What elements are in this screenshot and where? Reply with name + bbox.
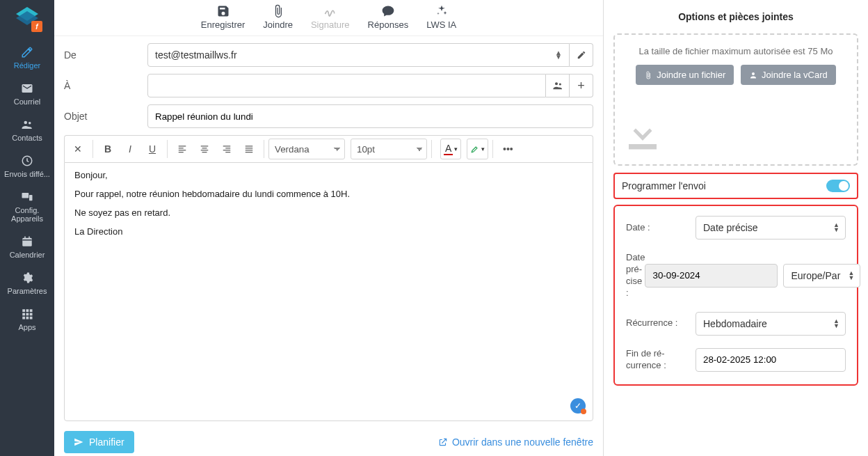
editor-close-button[interactable]: ✕ [67, 139, 88, 159]
to-contacts-button[interactable] [546, 74, 570, 97]
svg-point-37 [752, 72, 755, 75]
schedule-button[interactable]: Planifier [64, 431, 134, 453]
align-justify-button[interactable] [239, 139, 259, 159]
svg-rect-32 [225, 152, 230, 152]
svg-point-20 [558, 83, 561, 85]
attach-vcard-button[interactable]: Joindre la vCard [741, 65, 836, 85]
sidebar-item-calendar[interactable]: Calendrier [0, 230, 54, 266]
svg-point-19 [555, 82, 558, 85]
highlight-color-button[interactable]: ▾ [467, 139, 488, 159]
underline-button[interactable]: U [142, 139, 163, 159]
toolbar-attach[interactable]: Joindre [263, 4, 293, 30]
align-left-button[interactable] [172, 139, 193, 159]
svg-point-2 [24, 121, 28, 125]
svg-rect-27 [201, 150, 209, 150]
svg-rect-8 [24, 237, 26, 239]
align-right-button[interactable] [216, 139, 237, 159]
attach-file-button[interactable]: Joindre un fichier [636, 65, 734, 85]
date-type-select[interactable]: Date précise ▲▼ [696, 216, 846, 239]
toolbar-ia[interactable]: LWS IA [426, 4, 456, 30]
svg-rect-33 [246, 146, 253, 146]
recurrence-label: Récurrence : [626, 317, 696, 329]
sidebar-item-mail[interactable]: Courriel [0, 77, 54, 113]
svg-rect-16 [22, 317, 25, 320]
editor-toolbar: ✕ B I U Verdana 10pt A▾ ▾ [64, 135, 593, 162]
svg-rect-26 [202, 148, 207, 148]
toolbar-save[interactable]: Enregistrer [201, 4, 246, 30]
svg-rect-31 [223, 150, 231, 150]
sidebar-item-delayed[interactable]: Envois diffé... [0, 149, 54, 185]
sidebar-item-settings[interactable]: Paramètres [0, 266, 54, 302]
sidebar-item-devices[interactable]: Config. Appareils [0, 185, 54, 230]
align-center-button[interactable] [194, 139, 215, 159]
editor-body[interactable]: Bonjour, Pour rappel, notre réunion hebd… [64, 162, 593, 421]
sidebar-label: Paramètres [8, 287, 47, 295]
end-recurrence-label: Fin de ré-currence : [626, 348, 696, 372]
svg-rect-13 [22, 313, 25, 316]
schedule-toggle-row: Programmer l'envoi [613, 173, 858, 199]
to-add-button[interactable]: + [570, 74, 593, 97]
compose-toolbar: Enregistrer Joindre Signature Réponses L… [54, 0, 603, 36]
svg-rect-21 [179, 146, 186, 146]
svg-rect-23 [179, 150, 186, 150]
precise-date-input[interactable] [645, 264, 778, 288]
to-input[interactable] [147, 74, 546, 97]
from-edit-button[interactable] [570, 43, 593, 67]
end-recurrence-input[interactable] [696, 348, 846, 372]
sidebar: f Rédiger Courriel Contacts Envois diffé… [0, 0, 54, 456]
svg-rect-36 [246, 152, 253, 152]
from-label: De [64, 49, 147, 61]
precise-date-label: Date pré-cise : [626, 252, 645, 299]
svg-rect-17 [26, 317, 29, 320]
sidebar-label: Config. Appareils [11, 206, 43, 223]
schedule-settings: Date : Date précise ▲▼ Date pré-cise : E… [613, 205, 858, 386]
svg-rect-28 [202, 152, 207, 152]
recurrence-select[interactable]: Hebdomadaire ▲▼ [696, 312, 846, 336]
svg-rect-14 [26, 313, 29, 316]
sidebar-item-compose[interactable]: Rédiger [0, 40, 54, 77]
text-color-button[interactable]: A▾ [440, 139, 461, 159]
svg-rect-34 [246, 148, 253, 148]
attachment-dropzone[interactable]: La taille de fichier maximum autorisée e… [613, 33, 858, 166]
subject-label: Objet [64, 111, 147, 122]
sidebar-label: Contacts [12, 134, 42, 142]
sidebar-item-apps[interactable]: Apps [0, 302, 54, 338]
svg-rect-9 [29, 237, 30, 239]
toolbar-responses[interactable]: Réponses [368, 4, 409, 30]
maxsize-text: La taille de fichier maximum autorisée e… [622, 46, 850, 56]
download-icon [622, 113, 850, 155]
svg-rect-24 [179, 152, 184, 152]
options-title: Options et pièces jointes [613, 0, 858, 33]
svg-rect-22 [179, 148, 184, 148]
font-select[interactable]: Verdana [268, 139, 345, 159]
sidebar-label: Rédiger [14, 61, 41, 70]
svg-rect-25 [201, 146, 209, 146]
toolbar-signature: Signature [311, 4, 350, 30]
schedule-label: Programmer l'envoi [622, 180, 706, 191]
open-new-window-link[interactable]: Ouvrir dans une nouvelle fenêtre [438, 437, 593, 448]
sidebar-label: Apps [18, 323, 35, 331]
svg-rect-15 [30, 313, 33, 316]
schedule-toggle[interactable] [826, 180, 850, 192]
date-type-label: Date : [626, 222, 696, 234]
fontsize-select[interactable]: 10pt [351, 139, 427, 159]
sidebar-item-contacts[interactable]: Contacts [0, 113, 54, 149]
svg-rect-29 [223, 146, 231, 146]
svg-rect-6 [29, 195, 33, 201]
svg-rect-35 [246, 150, 253, 150]
svg-rect-12 [30, 309, 33, 312]
svg-rect-5 [22, 193, 29, 198]
app-logo[interactable]: f [9, 4, 45, 32]
italic-button[interactable]: I [120, 139, 140, 159]
more-button[interactable]: ••• [497, 139, 518, 159]
from-select[interactable]: test@testmaillws.fr ▲▼ [147, 43, 570, 67]
svg-rect-10 [22, 309, 25, 312]
bold-button[interactable]: B [97, 139, 118, 159]
sidebar-label: Calendrier [10, 251, 45, 259]
timezone-select[interactable]: Europe/Par ▲▼ [783, 264, 860, 288]
editor-check-icon[interactable]: ✓ [570, 398, 586, 414]
svg-rect-11 [26, 309, 29, 312]
subject-input[interactable] [147, 104, 593, 128]
to-label: À [64, 80, 147, 91]
svg-rect-30 [225, 148, 230, 148]
